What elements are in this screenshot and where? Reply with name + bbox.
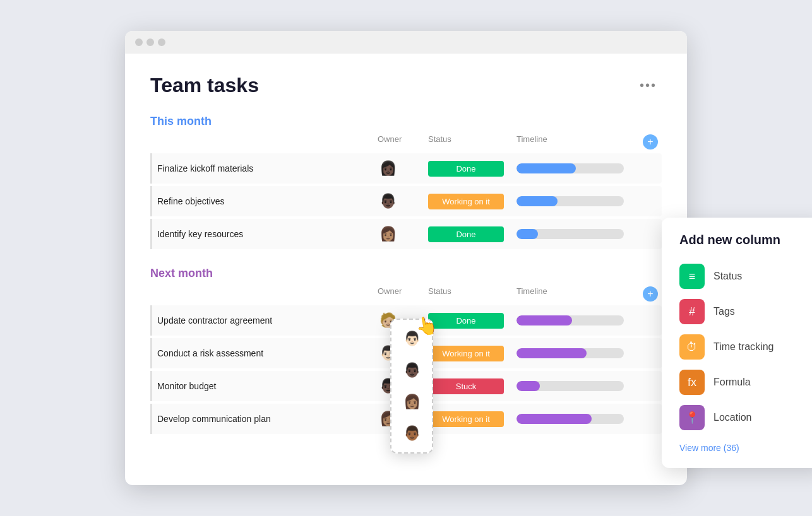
task-name: Identify key resources bbox=[157, 229, 378, 239]
col-status-2: Status bbox=[428, 286, 516, 302]
panel-item-tags[interactable]: # Tags bbox=[679, 294, 808, 329]
table-row[interactable]: Identify key resources 👩🏽 Done bbox=[150, 219, 662, 249]
this-month-header: This month bbox=[150, 115, 662, 128]
col-timeline-2: Timeline bbox=[516, 286, 643, 302]
timeline-bar-container bbox=[516, 381, 624, 391]
next-month-table-header: Owner Status Timeline + bbox=[150, 286, 662, 305]
col-timeline: Timeline bbox=[516, 134, 643, 150]
task-name: Monitor budget bbox=[157, 381, 378, 391]
list-item: 👨🏿 bbox=[398, 356, 426, 384]
status-badge: Working on it bbox=[428, 346, 504, 361]
status-badge: Done bbox=[428, 161, 504, 177]
panel-item-label: Status bbox=[713, 271, 742, 282]
panel-item-label: Tags bbox=[713, 306, 735, 317]
avatar: 👨🏿 bbox=[378, 191, 398, 211]
panel-item-label: Time tracking bbox=[713, 341, 773, 353]
timeline-bar-container bbox=[516, 229, 624, 239]
browser-window: Team tasks ••• This month Owner Status T… bbox=[125, 31, 687, 485]
task-name: Conduct a risk assessment bbox=[157, 348, 378, 358]
browser-content: Team tasks ••• This month Owner Status T… bbox=[125, 54, 687, 477]
panel-item-status[interactable]: ≡ Status bbox=[679, 259, 808, 294]
timeline-bar-container bbox=[516, 414, 624, 424]
next-month-header: Next month bbox=[150, 267, 662, 280]
panel-item-label: Location bbox=[713, 412, 752, 423]
timeline-bar bbox=[516, 229, 538, 239]
panel-item-label: Formula bbox=[713, 377, 751, 388]
this-month-table-header: Owner Status Timeline + bbox=[150, 134, 662, 153]
col-task-name bbox=[155, 134, 378, 150]
location-icon: 📍 bbox=[679, 405, 705, 430]
more-options-button[interactable]: ••• bbox=[635, 76, 662, 95]
panel-item-formula[interactable]: fx Formula bbox=[679, 365, 808, 400]
timeline-bar bbox=[516, 414, 592, 424]
formula-icon: fx bbox=[679, 370, 705, 395]
status-badge: Working on it bbox=[428, 194, 504, 209]
view-more-link[interactable]: View more (36) bbox=[679, 443, 808, 453]
avatar: 👩🏽 bbox=[378, 224, 398, 244]
timeline-bar bbox=[516, 315, 572, 325]
traffic-light-close bbox=[135, 38, 143, 46]
traffic-light-maximize bbox=[158, 38, 165, 46]
status-icon: ≡ bbox=[679, 264, 705, 289]
traffic-light-minimize bbox=[146, 38, 154, 46]
add-column-panel: Add new column ≡ Status # Tags ⏱ Time tr… bbox=[662, 218, 812, 468]
table-row[interactable]: Refine objectives 👨🏿 Working on it bbox=[150, 186, 662, 216]
floating-avatars-card: 👨🏻👨🏿👩🏽👨🏾 bbox=[390, 319, 433, 454]
time-tracking-icon: ⏱ bbox=[679, 334, 705, 360]
this-month-section: This month Owner Status Timeline + Final… bbox=[150, 115, 662, 249]
task-name: Finalize kickoff materials bbox=[157, 163, 378, 173]
timeline-bar bbox=[516, 163, 576, 173]
timeline-bar bbox=[516, 196, 558, 206]
next-month-title: Next month bbox=[150, 267, 213, 280]
panel-item-location[interactable]: 📍 Location bbox=[679, 400, 808, 435]
list-item: 👨🏾 bbox=[398, 419, 426, 447]
task-name: Update contractor agreement bbox=[157, 315, 378, 325]
page-title: Team tasks bbox=[150, 74, 259, 97]
task-name: Refine objectives bbox=[157, 196, 378, 206]
col-owner-2: Owner bbox=[378, 286, 428, 302]
col-status: Status bbox=[428, 134, 516, 150]
list-item: 👩🏽 bbox=[398, 388, 426, 416]
table-row[interactable]: Finalize kickoff materials 👩🏿 Done bbox=[150, 153, 662, 184]
panel-items-list: ≡ Status # Tags ⏱ Time tracking fx Formu… bbox=[679, 259, 808, 435]
timeline-bar-container bbox=[516, 348, 624, 358]
status-badge: Working on it bbox=[428, 411, 504, 427]
tags-icon: # bbox=[679, 299, 705, 324]
status-badge: Done bbox=[428, 313, 504, 329]
col-task-name-2 bbox=[155, 286, 378, 302]
col-owner: Owner bbox=[378, 134, 428, 150]
panel-item-time-tracking[interactable]: ⏱ Time tracking bbox=[679, 329, 808, 365]
timeline-bar-container bbox=[516, 196, 624, 206]
avatar: 👩🏿 bbox=[378, 158, 398, 179]
browser-titlebar bbox=[125, 31, 687, 54]
timeline-bar-container bbox=[516, 163, 624, 173]
add-column-panel-title: Add new column bbox=[679, 233, 808, 247]
this-month-title: This month bbox=[150, 115, 212, 128]
page-header: Team tasks ••• bbox=[150, 74, 662, 97]
status-badge: Stuck bbox=[428, 378, 504, 394]
add-column-this-month[interactable]: + bbox=[643, 134, 658, 150]
this-month-rows: Finalize kickoff materials 👩🏿 Done Refin… bbox=[150, 153, 662, 249]
timeline-bar-container bbox=[516, 315, 624, 325]
timeline-bar bbox=[516, 348, 587, 358]
task-name: Develop communication plan bbox=[157, 414, 378, 424]
timeline-bar bbox=[516, 381, 540, 391]
cursor-hand-icon: 👆 bbox=[414, 314, 439, 338]
add-column-next-month[interactable]: + bbox=[643, 286, 658, 302]
status-badge: Done bbox=[428, 226, 504, 242]
